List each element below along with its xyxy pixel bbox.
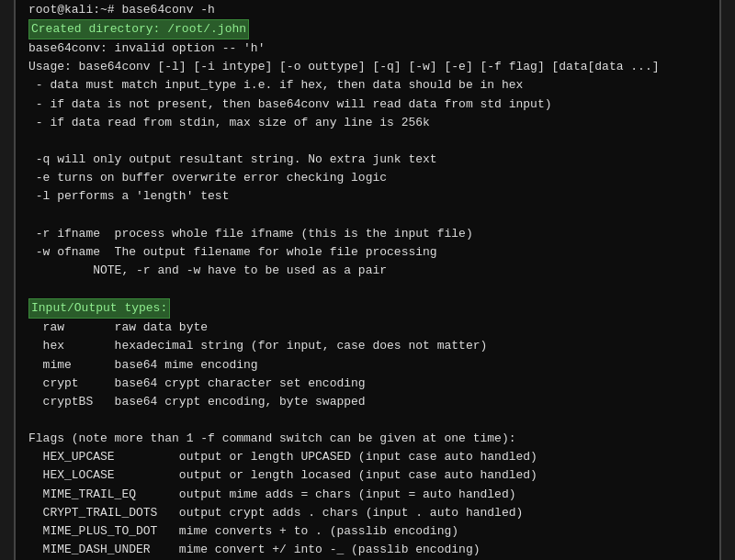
line-r: -r ifname process whole file ifname (thi… [28,225,707,243]
created-highlight: Created directory: /root/.john [28,19,249,39]
line-crypt-trail-dots: CRYPT_TRAIL_DOTS output crypt adds . cha… [28,504,707,522]
line-usage: Usage: base64conv [-l] [-i intype] [-o o… [28,58,707,76]
line-hex: hex hexadecimal string (for input, case … [28,337,707,355]
line-cmd: root@kali:~# base64conv -h [28,1,707,19]
line-mime-dash-under: MIME_DASH_UNDER mime convert +/ into -_ … [28,541,707,559]
line-mime-trail-eq: MIME_TRAIL_EQ output mime adds = chars (… [28,486,707,504]
line-e: -e turns on buffer overwrite error check… [28,169,707,187]
line-opt2: - if data is not present, then base64con… [28,95,707,114]
line-q: -q will only output resultant string. No… [28,151,707,169]
terminal-window: root@kali:~# base64conv -h Created direc… [14,0,721,560]
line-l: -l performs a 'length' test [28,187,707,206]
blank2 [28,206,707,224]
blank3 [28,280,707,298]
line-mime-plus-to-dot: MIME_PLUS_TO_DOT mime converts + to . (p… [28,522,707,541]
line-note: NOTE, -r and -w have to be used as a pai… [28,262,707,280]
line-crypt: crypt base64 crypt character set encodin… [28,375,707,393]
line-opt1: - data must match input_type i.e. if hex… [28,76,707,95]
line-hex-locase: HEX_LOCASE output or length locased (inp… [28,466,707,485]
line-invalid: base64conv: invalid option -- 'h' [28,39,707,58]
line-mime: mime base64 mime encoding [28,356,707,375]
line-w: -w ofname The output filename for whole … [28,243,707,262]
line-raw: raw raw data byte [28,319,707,337]
line-iotypes: Input/Output types: [28,298,707,319]
line-cryptbs: cryptBS base64 crypt encoding, byte swap… [28,393,707,411]
line-hex-upcase: HEX_UPCASE output or length UPCASED (inp… [28,448,707,466]
blank4 [28,411,707,430]
blank1 [28,132,707,151]
iotypes-highlight: Input/Output types: [28,298,170,319]
line-flags: Flags (note more than 1 -f command switc… [28,430,707,448]
line-opt3: - if data read from stdin, max size of a… [28,114,707,132]
line-created: Created directory: /root/.john [28,19,707,39]
